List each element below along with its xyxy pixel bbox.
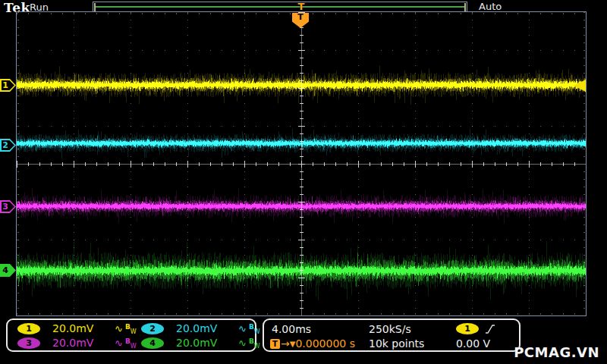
channel4-scale: 20.0mV [176, 337, 225, 349]
channel1-marker-label: 1 [0, 79, 11, 92]
oscilloscope-screen: Tek Run T Auto T 1 2 3 4 1 20.0mV ∿BW [0, 0, 607, 364]
channel3-marker-label: 3 [0, 200, 11, 213]
trigger-t-icon: T [270, 339, 280, 349]
arrow-right-icon: → [281, 337, 290, 350]
channel-readouts-box: 1 20.0mV ∿BW 2 20.0mV ∿BW 3 20.0mV ∿BW 4… [6, 318, 256, 352]
channel1-badge[interactable]: 1 [17, 323, 40, 334]
trigger-status: Auto [479, 1, 502, 12]
record-length: 10k points [369, 337, 424, 350]
timebase-scale: 4.00ms [272, 323, 311, 335]
channel3-position-marker[interactable]: 3 [0, 200, 16, 213]
watermark: PCMAG.VN [514, 344, 599, 360]
channel2-marker-label: 2 [0, 139, 11, 152]
channel3-readout: 3 20.0mV ∿BW [17, 337, 137, 349]
channel4-position-marker[interactable]: 4 [0, 264, 16, 277]
channel2-badge[interactable]: 2 [141, 323, 164, 334]
channel2-readout: 2 20.0mV ∿BW [141, 322, 260, 334]
channel2-position-marker[interactable]: 2 [0, 139, 16, 152]
ac-coupling-bandwidth-icon: ∿BW [115, 323, 137, 334]
channel3-scale: 20.0mV [52, 337, 101, 349]
trigger-source-readout: 1 [456, 323, 495, 334]
channel2-scale: 20.0mV [176, 322, 225, 334]
trigger-flag-letter: T [297, 13, 304, 22]
channel4-badge[interactable]: 4 [141, 337, 164, 349]
channel4-marker-label: 4 [0, 264, 11, 277]
trigger-source-badge[interactable]: 1 [456, 323, 479, 334]
channel1-position-marker[interactable]: 1 [0, 79, 16, 92]
acquisition-window-line [96, 6, 464, 8]
ac-coupling-bandwidth-icon: ∿BW [115, 337, 137, 349]
waveform-canvas [17, 12, 586, 315]
channel1-scale: 20.0mV [52, 322, 101, 334]
trigger-position-readout: T → ▼ 0.000000 s [270, 337, 355, 350]
ac-coupling-bandwidth-icon: ∿BW [238, 337, 260, 349]
timebase-trigger-readout-box: 4.00ms 250kS/s 1 T → ▼ 0.000000 s 10k po… [263, 318, 521, 352]
channel4-readout: 4 20.0mV ∿BW [141, 337, 260, 349]
ac-coupling-bandwidth-icon: ∿BW [238, 323, 260, 334]
graticule [16, 11, 587, 316]
trigger-position-value: 0.000000 s [295, 337, 355, 350]
trigger-position-indicator: T [296, 1, 307, 12]
record-start-tick [94, 3, 96, 11]
arrow-down-icon: ▼ [290, 340, 296, 348]
channel3-badge[interactable]: 3 [17, 337, 40, 349]
sample-rate: 250kS/s [369, 323, 411, 335]
channel1-readout: 1 20.0mV ∿BW [17, 322, 137, 334]
record-end-tick [464, 3, 466, 11]
trigger-level-value: 0.00 V [456, 337, 490, 350]
rising-edge-icon [485, 324, 495, 334]
